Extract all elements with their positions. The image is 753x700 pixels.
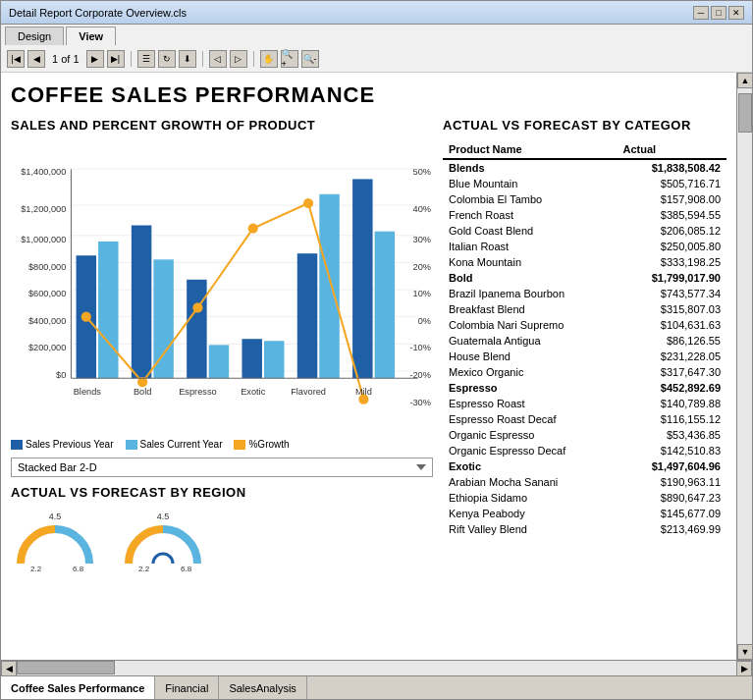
nav-next-button[interactable]: ▶ (86, 50, 104, 68)
table-row-kenya: Kenya Peabody $145,677.09 (443, 506, 726, 521)
growth-dot-espresso (192, 302, 202, 312)
gauge-2-svg: 4.5 2.2 6.8 (119, 510, 207, 573)
legend-growth: %Growth (234, 439, 289, 450)
main-content: COFFEE SALES PERFORMANCE SALES AND PERCE… (1, 73, 736, 660)
svg-text:$1,400,000: $1,400,000 (21, 167, 66, 177)
actual-rift-valley: $213,469.99 (618, 521, 726, 537)
scroll-thumb[interactable] (738, 93, 752, 133)
legend-prev-year: Sales Previous Year (11, 439, 114, 450)
scroll-h-track[interactable] (17, 661, 736, 676)
product-name-kenya: Kenya Peabody (443, 506, 618, 521)
bottom-tab-sales-analysis[interactable]: SalesAnalysis (219, 676, 306, 699)
table-row-kona-mountain: Kona Mountain $333,198.25 (443, 254, 726, 270)
main-window: Detail Report Corporate Overview.cls ─ □… (0, 0, 753, 700)
legend-growth-label: %Growth (248, 439, 289, 450)
actual-breakfast: $315,807.03 (618, 301, 726, 317)
table-row-organic-espresso-decaf: Organic Espresso Decaf $142,510.83 (443, 443, 726, 458)
actual-italian-roast: $250,005.80 (618, 239, 726, 254)
table-row-mexico: Mexico Organic $317,647.30 (443, 364, 726, 380)
svg-text:$1,200,000: $1,200,000 (21, 204, 66, 214)
svg-text:2.2: 2.2 (30, 565, 42, 573)
legend-prev-year-color (11, 440, 23, 450)
table-row-espresso-decaf: Espresso Roast Decaf $116,155.12 (443, 411, 726, 427)
actual-bold: $1,799,017.90 (618, 270, 726, 286)
product-name-rift-valley: Rift Valley Blend (443, 521, 618, 537)
nav-separator-2 (202, 51, 203, 67)
table-row-italian-roast: Italian Roast $250,005.80 (443, 239, 726, 254)
svg-text:Blends: Blends (74, 387, 102, 397)
table-row-bold: Bold $1,799,017.90 (443, 270, 726, 286)
horizontal-scrollbar[interactable]: ◀ ▶ (1, 660, 752, 675)
bottom-tabs: Coffee Sales Performance Financial Sales… (1, 675, 752, 699)
nav-zoom-out-button[interactable]: 🔍- (301, 50, 319, 68)
table-row-french-roast: French Roast $385,594.55 (443, 207, 726, 223)
table-row-espresso-cat: Espresso $452,892.69 (443, 380, 726, 396)
actual-arabian: $190,963.11 (618, 474, 726, 490)
col-product-name: Product Name (443, 140, 618, 159)
bar-bold-prev (132, 226, 151, 379)
nav-export-button[interactable]: ⬇ (179, 50, 196, 68)
bar-mild-curr (375, 232, 395, 378)
left-column: SALES AND PERCENT GROWTH OF PRODUCT $1,4… (11, 118, 433, 577)
scroll-h-thumb[interactable] (17, 661, 115, 674)
product-name-ethiopia: Ethiopia Sidamo (443, 490, 618, 506)
growth-dot-exotic (248, 223, 258, 233)
product-name-espresso-cat: Espresso (443, 380, 618, 396)
nav-list-button[interactable]: ☰ (137, 50, 155, 68)
nav-hand-button[interactable]: ✋ (260, 50, 278, 68)
scroll-left-button[interactable]: ◀ (1, 661, 17, 676)
chart-container: $1,400,000 $1,200,000 $1,000,000 $800,00… (11, 140, 433, 435)
actual-organic-espresso: $53,436.85 (618, 427, 726, 443)
svg-text:50%: 50% (413, 167, 431, 177)
nav-zoom-in-button[interactable]: 🔍+ (281, 50, 298, 68)
maximize-button[interactable]: □ (711, 6, 726, 20)
tab-design[interactable]: Design (5, 27, 64, 45)
bar-espresso-prev (187, 280, 206, 378)
right-column: ACTUAL VS FORECAST BY CATEGOR Product Na… (443, 118, 726, 577)
nav-first-button[interactable]: |◀ (7, 50, 25, 68)
scroll-track[interactable] (737, 88, 752, 644)
table-section-title: ACTUAL VS FORECAST BY CATEGOR (443, 118, 726, 133)
minimize-button[interactable]: ─ (693, 6, 709, 20)
legend-prev-year-label: Sales Previous Year (26, 439, 114, 450)
chart-legend: Sales Previous Year Sales Current Year %… (11, 439, 433, 450)
tab-view[interactable]: View (66, 27, 116, 45)
svg-text:10%: 10% (413, 289, 431, 298)
svg-text:$400,000: $400,000 (28, 316, 66, 326)
nav-bar: |◀ ◀ 1 of 1 ▶ ▶| ☰ ↻ ⬇ ◁ ▷ ✋ 🔍+ 🔍- (1, 45, 752, 73)
nav-back-button[interactable]: ◁ (209, 50, 227, 68)
table-row-brazil: Brazil Ipanema Bourbon $743,577.34 (443, 286, 726, 301)
scroll-up-button[interactable]: ▲ (737, 73, 752, 88)
bottom-tab-coffee[interactable]: Coffee Sales Performance (1, 676, 155, 699)
nav-prev-button[interactable]: ◀ (27, 50, 45, 68)
actual-espresso-cat: $452,892.69 (618, 380, 726, 396)
scroll-right-button[interactable]: ▶ (736, 661, 752, 676)
product-name-espresso-decaf: Espresso Roast Decaf (443, 411, 618, 427)
bottom-tab-financial[interactable]: Financial (155, 676, 219, 699)
nav-last-button[interactable]: ▶| (107, 50, 125, 68)
title-bar-buttons: ─ □ ✕ (693, 6, 744, 20)
nav-refresh-button[interactable]: ↻ (158, 50, 176, 68)
product-name-exotic-cat: Exotic (443, 458, 618, 474)
svg-text:30%: 30% (413, 235, 431, 244)
actual-mexico: $317,647.30 (618, 364, 726, 380)
actual-kona-mountain: $333,198.25 (618, 254, 726, 270)
product-name-brazil: Brazil Ipanema Bourbon (443, 286, 618, 301)
table-row-blends: Blends $1,838,508.42 (443, 159, 726, 176)
chart-type-dropdown[interactable]: Stacked Bar 2-D Bar 2-D Line (11, 458, 433, 477)
svg-text:Bold: Bold (134, 387, 151, 397)
report-title: COFFEE SALES PERFORMANCE (11, 82, 726, 108)
actual-kenya: $145,677.09 (618, 506, 726, 521)
vertical-scrollbar[interactable]: ▲ ▼ (736, 73, 752, 660)
product-name-house-blend: House Blend (443, 349, 618, 364)
nav-separator-1 (131, 51, 132, 67)
svg-text:6.8: 6.8 (73, 565, 84, 573)
product-name-gold-coast: Gold Coast Blend (443, 223, 618, 239)
close-button[interactable]: ✕ (728, 6, 744, 20)
svg-text:Flavored: Flavored (291, 387, 326, 397)
actual-french-roast: $385,594.55 (618, 207, 726, 223)
nav-forward-button[interactable]: ▷ (230, 50, 247, 68)
scroll-down-button[interactable]: ▼ (737, 644, 752, 660)
product-name-colombia-nari: Colombia Nari Supremo (443, 317, 618, 333)
window-title: Detail Report Corporate Overview.cls (9, 7, 187, 19)
